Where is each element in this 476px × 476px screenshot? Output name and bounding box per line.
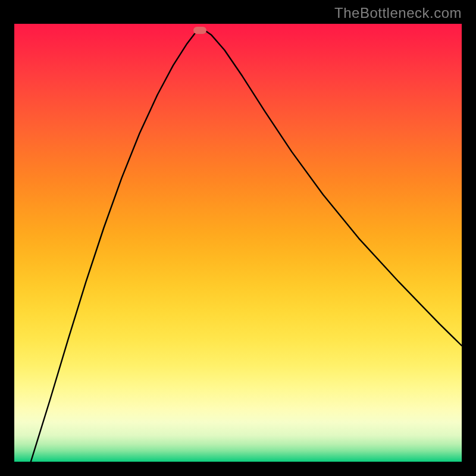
bottleneck-curve bbox=[14, 24, 462, 462]
optimum-marker bbox=[193, 27, 206, 34]
plot-area bbox=[14, 24, 462, 462]
chart-frame: TheBottleneck.com bbox=[0, 0, 476, 476]
watermark-text: TheBottleneck.com bbox=[334, 5, 462, 21]
